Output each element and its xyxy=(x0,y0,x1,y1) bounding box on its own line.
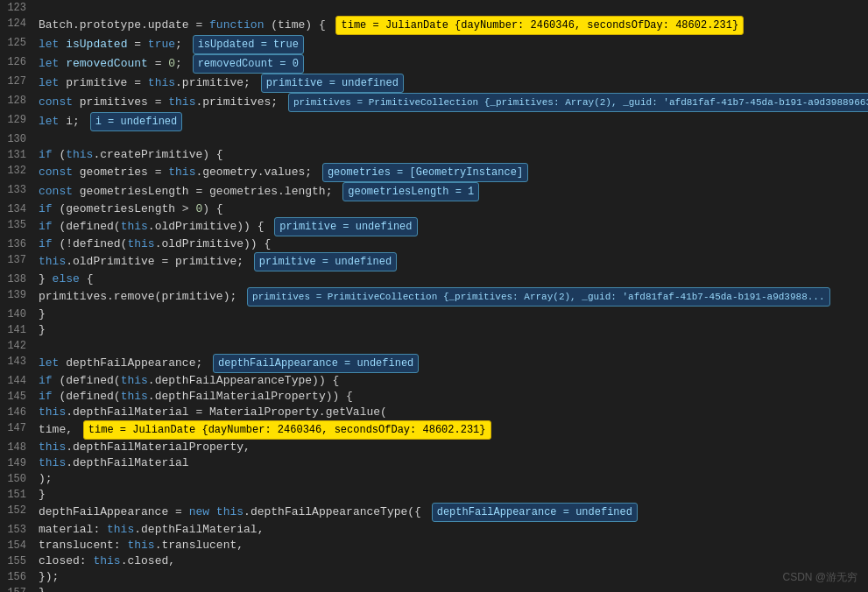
code-line-147: 147 time, time = JulianDate {dayNumber: … xyxy=(0,420,868,440)
code-line-141: 141 } xyxy=(0,322,868,338)
code-line-157: 157 } xyxy=(0,585,868,592)
code-line-143: 143 let depthFailAppearance; depthFailAp… xyxy=(0,354,868,373)
code-line-155: 155 closed: this.closed, xyxy=(0,553,868,569)
code-line-133: 133 const geometriesLength = geometries.… xyxy=(0,182,868,201)
code-line-139: 139 primitives.remove(primitive); primit… xyxy=(0,287,868,307)
code-line-130: 130 xyxy=(0,131,868,147)
code-line-150: 150 ); xyxy=(0,471,868,487)
code-line-148: 148 this.depthFailMaterialProperty, xyxy=(0,440,868,455)
code-line-153: 153 material: this.depthFailMaterial, xyxy=(0,522,868,538)
code-line-123: 123 xyxy=(0,0,868,16)
code-line-124: 124 Batch.prototype.update = function (t… xyxy=(0,16,868,35)
code-line-138: 138 } else { xyxy=(0,271,868,287)
code-line-144: 144 if (defined(this.depthFailAppearance… xyxy=(0,373,868,389)
code-line-152: 152 depthFailAppearance = new this.depth… xyxy=(0,503,868,522)
code-line-136: 136 if (!defined(this.oldPrimitive)) { xyxy=(0,236,868,252)
code-editor: 123 124 Batch.prototype.update = functio… xyxy=(0,0,868,592)
code-line-135: 135 if (defined(this.oldPrimitive)) { pr… xyxy=(0,217,868,236)
code-line-145: 145 if (defined(this.depthFailMaterialPr… xyxy=(0,389,868,405)
code-line-129: 129 let i; i = undefined xyxy=(0,112,868,131)
code-line-132: 132 const geometries = this.geometry.val… xyxy=(0,163,868,182)
code-line-126: 126 let removedCount = 0; removedCount =… xyxy=(0,54,868,74)
code-line-156: 156 }); xyxy=(0,569,868,585)
code-line-128: 128 const primitives = this.primitives; … xyxy=(0,93,868,112)
code-line-146: 146 this.depthFailMaterial = MaterialPro… xyxy=(0,405,868,420)
code-line-134: 134 if (geometriesLength > 0) { xyxy=(0,201,868,217)
code-line-149: 149 this.depthFailMaterial xyxy=(0,455,868,471)
code-line-151: 151 } xyxy=(0,487,868,503)
code-line-127: 127 let primitive = this.primitive; prim… xyxy=(0,74,868,93)
code-line-140: 140 } xyxy=(0,307,868,322)
code-line-131: 131 if (this.createPrimitive) { xyxy=(0,147,868,163)
code-line-125: 125 let isUpdated = true; isUpdated = tr… xyxy=(0,35,868,54)
code-line-142: 142 xyxy=(0,338,868,354)
watermark: CSDN @游无穷 xyxy=(782,570,857,585)
code-line-137: 137 this.oldPrimitive = primitive; primi… xyxy=(0,252,868,271)
code-line-154: 154 translucent: this.translucent, xyxy=(0,538,868,553)
